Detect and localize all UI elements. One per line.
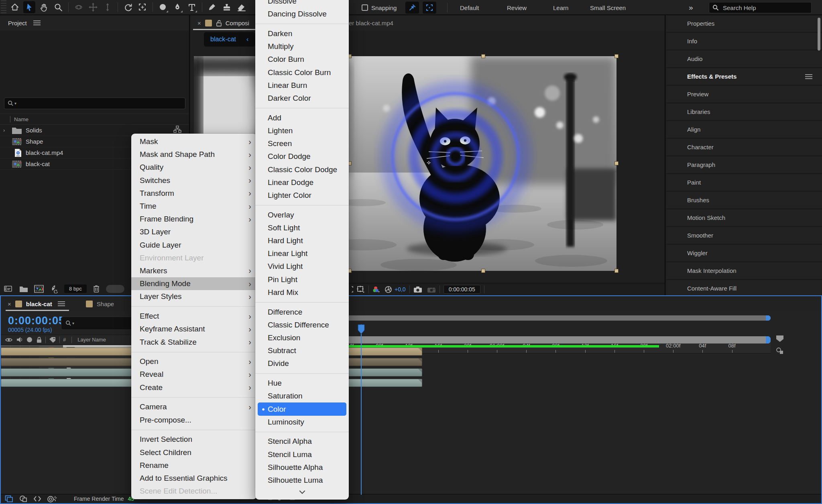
blend-mode-linear-burn[interactable]: Linear Burn [255,79,349,92]
snap-options-button[interactable] [405,2,419,14]
menu-item-invert-selection[interactable]: Invert Selection [131,433,257,446]
viewer-current-time[interactable]: 0:00:00:05 [444,285,480,294]
tool-orbit-camera[interactable] [73,1,85,13]
comp-color-swatch[interactable] [205,20,212,26]
menu-item-quality[interactable]: Quality› [131,161,257,174]
tool-rotation[interactable] [122,1,134,13]
tool-zoom[interactable] [52,1,64,13]
workspace-tab-review[interactable]: Review [507,0,527,15]
blend-mode-silhouette-luma[interactable]: Silhouette Luma [255,474,349,487]
blend-mode-dancing-dissolve[interactable]: Dancing Dissolve [255,8,349,20]
menu-item-layer-styles[interactable]: Layer Styles› [131,290,257,303]
snapping-checkbox[interactable] [362,4,368,11]
layer-name-column-label[interactable]: Layer Name [77,337,106,343]
selection-handle-top-center[interactable] [481,54,485,58]
trash-icon[interactable] [92,285,100,293]
menu-item-3d-layer[interactable]: 3D Layer [131,226,257,238]
playhead-line[interactable] [361,324,362,495]
menu-item-camera[interactable]: Camera› [131,400,257,413]
menu-item-add-to-essential-graphics[interactable]: Add to Essential Graphics [131,472,257,485]
slow-motion-snail-icon[interactable] [47,495,57,502]
label-column-icon[interactable] [49,337,56,343]
toolbar-grip[interactable] [1,0,6,14]
timeline-shape-tab[interactable]: Shape [97,301,114,307]
blend-mode-color-dodge[interactable]: Color Dodge [255,150,349,163]
blend-mode-darker-color[interactable]: Darker Color [255,92,349,105]
menu-item-time[interactable]: Time› [131,200,257,213]
blend-mode-soft-light[interactable]: Soft Light [255,222,349,234]
sidebar-scrollbar[interactable] [818,18,820,51]
blend-mode-classic-color-dodge[interactable]: Classic Color Dodge [255,163,349,176]
new-folder-icon[interactable] [19,285,28,293]
blend-mode-linear-dodge[interactable]: Linear Dodge [255,176,349,189]
panel-tab-info[interactable]: Info [666,33,822,49]
blend-mode-hue[interactable]: Hue [255,377,349,390]
menu-item-effect[interactable]: Effect› [131,310,257,323]
blend-mode-classic-color-burn[interactable]: Classic Color Burn [255,66,349,79]
menu-item-open[interactable]: Open› [131,355,257,368]
search-help-input[interactable] [722,4,798,12]
live-update-icon[interactable] [5,495,14,502]
menu-item-mask-and-shape-path[interactable]: Mask and Shape Path› [131,148,257,161]
snapping-toggle[interactable]: Snapping [362,0,397,15]
render-rocket-icon[interactable] [50,285,59,293]
project-footer-pill[interactable] [106,285,124,293]
selection-handle-bottom-right[interactable] [614,269,619,273]
tool-hand[interactable] [38,1,50,13]
blend-mode-darken[interactable]: Darken [255,27,349,40]
help-search[interactable] [709,2,812,13]
tool-eraser[interactable] [235,1,247,13]
expand-chevron-icon[interactable]: › [3,127,8,133]
comp-thumbnail-icon[interactable] [34,285,44,293]
workspace-tab-learn[interactable]: Learn [553,0,568,15]
panel-tab-paragraph[interactable]: Paragraph [666,156,822,173]
panel-tab-smoother[interactable]: Smoother [666,227,822,244]
number-column-label[interactable]: # [63,337,66,343]
tool-pen[interactable] [171,1,183,13]
panel-tab-character[interactable]: Character [666,139,822,155]
blend-mode-screen[interactable]: Screen [255,137,349,150]
time-navigator-bottom[interactable] [347,336,771,343]
menu-item-environment-layer[interactable]: Environment Layer [131,252,257,264]
menu-item-blending-mode[interactable]: Blending Mode› [131,277,257,290]
composition-tab-label[interactable]: Composi [226,20,249,26]
panel-tab-align[interactable]: Align [666,121,822,138]
comp-marker-bin-icon[interactable] [775,335,784,343]
audio-column-icon[interactable] [16,337,23,343]
timeline-menu-icon[interactable] [58,301,65,306]
navigator-end-handle[interactable] [766,336,771,343]
tool-pan-camera[interactable] [87,1,99,13]
blend-mode-add[interactable]: Add [255,112,349,124]
blend-mode-hard-mix[interactable]: Hard Mix [255,286,349,299]
blend-mode-color-burn[interactable]: Color Burn [255,53,349,66]
menu-item-frame-blending[interactable]: Frame Blending› [131,213,257,226]
menu-item-mask[interactable]: Mask› [131,135,257,148]
scroll-more-indicator[interactable] [255,487,349,497]
blend-mode-overlay[interactable]: Overlay [255,209,349,222]
tool-selection[interactable] [23,1,35,13]
menu-item-select-children[interactable]: Select Children [131,446,257,459]
panel-tab-mask-interpolation[interactable]: Mask Interpolation [666,262,822,279]
selection-handle-bottom-center[interactable] [481,269,485,273]
project-panel-menu-icon[interactable] [33,20,41,25]
flowchart-icon[interactable] [173,125,181,133]
blend-mode-stencil-luma[interactable]: Stencil Luma [255,448,349,461]
tool-camera-region[interactable] [136,1,149,13]
blend-mode-lighter-color[interactable]: Lighter Color [255,189,349,202]
lock-column-icon[interactable] [36,337,42,343]
eye-column-icon[interactable] [5,337,13,343]
panel-tab-wiggler[interactable]: Wiggler [666,245,822,261]
playhead-marker[interactable] [358,324,365,335]
blend-mode-divide[interactable]: Divide [255,357,349,370]
project-columns-header[interactable]: Name [0,114,189,125]
close-icon[interactable]: × [8,301,11,307]
panel-tab-paint[interactable]: Paint [666,174,822,191]
exposure-value[interactable]: +0,0 [395,286,406,293]
draft-3d-icon[interactable] [19,495,27,502]
panel-tab-effects-presets[interactable]: Effects & Presets [666,68,822,85]
menu-item-reveal[interactable]: Reveal› [131,368,257,381]
blend-mode-luminosity[interactable]: Luminosity [255,416,349,429]
blend-mode-hard-light[interactable]: Hard Light [255,234,349,247]
workspace-tab-small-screen[interactable]: Small Screen [590,0,626,15]
blend-mode-silhouette-alpha[interactable]: Silhouette Alpha [255,461,349,474]
